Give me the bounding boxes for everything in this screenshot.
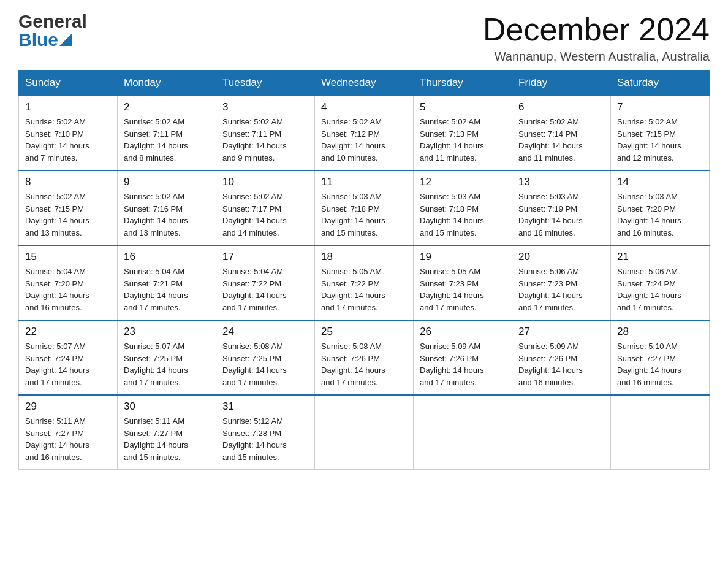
- day-info: Sunrise: 5:02 AM Sunset: 7:11 PM Dayligh…: [222, 116, 308, 164]
- day-cell: 29 Sunrise: 5:11 AM Sunset: 7:27 PM Dayl…: [19, 395, 118, 470]
- day-number: 21: [617, 251, 703, 263]
- day-number: 22: [25, 326, 111, 338]
- week-row-3: 15 Sunrise: 5:04 AM Sunset: 7:20 PM Dayl…: [19, 245, 710, 320]
- day-info: Sunrise: 5:02 AM Sunset: 7:15 PM Dayligh…: [25, 191, 111, 239]
- day-cell: 9 Sunrise: 5:02 AM Sunset: 7:16 PM Dayli…: [118, 170, 216, 245]
- location-subtitle: Wannanup, Western Australia, Australia: [483, 50, 710, 64]
- day-number: 17: [222, 251, 308, 263]
- day-info: Sunrise: 5:02 AM Sunset: 7:13 PM Dayligh…: [420, 116, 506, 164]
- day-cell: 28 Sunrise: 5:10 AM Sunset: 7:27 PM Dayl…: [611, 320, 710, 395]
- svg-marker-0: [59, 34, 72, 46]
- day-cell: 25 Sunrise: 5:08 AM Sunset: 7:26 PM Dayl…: [315, 320, 414, 395]
- day-info: Sunrise: 5:02 AM Sunset: 7:17 PM Dayligh…: [222, 191, 308, 239]
- day-info: Sunrise: 5:02 AM Sunset: 7:12 PM Dayligh…: [321, 116, 407, 164]
- day-cell: 5 Sunrise: 5:02 AM Sunset: 7:13 PM Dayli…: [414, 96, 512, 170]
- day-cell: 31 Sunrise: 5:12 AM Sunset: 7:28 PM Dayl…: [216, 395, 315, 470]
- week-row-4: 22 Sunrise: 5:07 AM Sunset: 7:24 PM Dayl…: [19, 320, 710, 395]
- day-cell: 4 Sunrise: 5:02 AM Sunset: 7:12 PM Dayli…: [315, 96, 414, 170]
- weekday-header-thursday: Thursday: [414, 71, 512, 96]
- day-info: Sunrise: 5:12 AM Sunset: 7:28 PM Dayligh…: [222, 415, 308, 463]
- page-header: General Blue December 2024 Wannanup, Wes…: [18, 12, 710, 64]
- logo: General Blue: [18, 12, 87, 49]
- day-info: Sunrise: 5:07 AM Sunset: 7:24 PM Dayligh…: [25, 340, 111, 388]
- day-cell: [611, 395, 710, 470]
- day-cell: 14 Sunrise: 5:03 AM Sunset: 7:20 PM Dayl…: [611, 170, 710, 245]
- weekday-header-sunday: Sunday: [19, 71, 118, 96]
- day-cell: 26 Sunrise: 5:09 AM Sunset: 7:26 PM Dayl…: [414, 320, 512, 395]
- day-cell: 12 Sunrise: 5:03 AM Sunset: 7:18 PM Dayl…: [414, 170, 512, 245]
- day-number: 13: [518, 176, 604, 188]
- day-number: 8: [25, 176, 111, 188]
- day-info: Sunrise: 5:02 AM Sunset: 7:15 PM Dayligh…: [617, 116, 703, 164]
- day-info: Sunrise: 5:10 AM Sunset: 7:27 PM Dayligh…: [617, 340, 703, 388]
- logo-blue-text: Blue: [18, 31, 58, 49]
- day-cell: 27 Sunrise: 5:09 AM Sunset: 7:26 PM Dayl…: [512, 320, 611, 395]
- week-row-2: 8 Sunrise: 5:02 AM Sunset: 7:15 PM Dayli…: [19, 170, 710, 245]
- day-cell: 13 Sunrise: 5:03 AM Sunset: 7:19 PM Dayl…: [512, 170, 611, 245]
- day-cell: 2 Sunrise: 5:02 AM Sunset: 7:11 PM Dayli…: [118, 96, 216, 170]
- day-number: 30: [124, 400, 210, 413]
- day-number: 31: [222, 400, 308, 413]
- day-info: Sunrise: 5:03 AM Sunset: 7:18 PM Dayligh…: [321, 191, 407, 239]
- weekday-header-friday: Friday: [512, 71, 611, 96]
- weekday-header-wednesday: Wednesday: [315, 71, 414, 96]
- weekday-header-saturday: Saturday: [611, 71, 710, 96]
- day-cell: 10 Sunrise: 5:02 AM Sunset: 7:17 PM Dayl…: [216, 170, 315, 245]
- logo-general-text: General: [18, 12, 87, 31]
- weekday-header-row: SundayMondayTuesdayWednesdayThursdayFrid…: [19, 71, 710, 96]
- week-row-1: 1 Sunrise: 5:02 AM Sunset: 7:10 PM Dayli…: [19, 96, 710, 170]
- day-info: Sunrise: 5:05 AM Sunset: 7:22 PM Dayligh…: [321, 266, 407, 313]
- day-number: 23: [124, 326, 210, 338]
- day-info: Sunrise: 5:02 AM Sunset: 7:11 PM Dayligh…: [124, 116, 210, 164]
- day-cell: 20 Sunrise: 5:06 AM Sunset: 7:23 PM Dayl…: [512, 245, 611, 320]
- day-number: 10: [222, 176, 308, 188]
- day-number: 25: [321, 326, 407, 338]
- day-cell: 7 Sunrise: 5:02 AM Sunset: 7:15 PM Dayli…: [611, 96, 710, 170]
- day-info: Sunrise: 5:09 AM Sunset: 7:26 PM Dayligh…: [518, 340, 604, 388]
- day-number: 14: [617, 176, 703, 188]
- day-cell: 19 Sunrise: 5:05 AM Sunset: 7:23 PM Dayl…: [414, 245, 512, 320]
- day-cell: [315, 395, 414, 470]
- day-info: Sunrise: 5:06 AM Sunset: 7:24 PM Dayligh…: [617, 266, 703, 313]
- week-row-5: 29 Sunrise: 5:11 AM Sunset: 7:27 PM Dayl…: [19, 395, 710, 470]
- weekday-header-tuesday: Tuesday: [216, 71, 315, 96]
- calendar-table: SundayMondayTuesdayWednesdayThursdayFrid…: [18, 70, 710, 470]
- day-info: Sunrise: 5:09 AM Sunset: 7:26 PM Dayligh…: [420, 340, 506, 388]
- day-info: Sunrise: 5:11 AM Sunset: 7:27 PM Dayligh…: [25, 415, 111, 463]
- day-info: Sunrise: 5:03 AM Sunset: 7:18 PM Dayligh…: [420, 191, 506, 239]
- day-cell: 16 Sunrise: 5:04 AM Sunset: 7:21 PM Dayl…: [118, 245, 216, 320]
- day-info: Sunrise: 5:02 AM Sunset: 7:10 PM Dayligh…: [25, 116, 111, 164]
- day-info: Sunrise: 5:07 AM Sunset: 7:25 PM Dayligh…: [124, 340, 210, 388]
- day-number: 4: [321, 101, 407, 113]
- day-info: Sunrise: 5:03 AM Sunset: 7:19 PM Dayligh…: [518, 191, 604, 239]
- day-number: 9: [124, 176, 210, 188]
- day-cell: 11 Sunrise: 5:03 AM Sunset: 7:18 PM Dayl…: [315, 170, 414, 245]
- day-number: 27: [518, 326, 604, 338]
- day-cell: 3 Sunrise: 5:02 AM Sunset: 7:11 PM Dayli…: [216, 96, 315, 170]
- day-number: 18: [321, 251, 407, 263]
- day-cell: 8 Sunrise: 5:02 AM Sunset: 7:15 PM Dayli…: [19, 170, 118, 245]
- day-info: Sunrise: 5:04 AM Sunset: 7:22 PM Dayligh…: [222, 266, 308, 313]
- day-number: 3: [222, 101, 308, 113]
- title-section: December 2024 Wannanup, Western Australi…: [483, 12, 710, 64]
- day-number: 28: [617, 326, 703, 338]
- day-cell: 21 Sunrise: 5:06 AM Sunset: 7:24 PM Dayl…: [611, 245, 710, 320]
- day-cell: 18 Sunrise: 5:05 AM Sunset: 7:22 PM Dayl…: [315, 245, 414, 320]
- day-cell: 15 Sunrise: 5:04 AM Sunset: 7:20 PM Dayl…: [19, 245, 118, 320]
- day-number: 29: [25, 400, 111, 413]
- day-cell: 24 Sunrise: 5:08 AM Sunset: 7:25 PM Dayl…: [216, 320, 315, 395]
- day-cell: 17 Sunrise: 5:04 AM Sunset: 7:22 PM Dayl…: [216, 245, 315, 320]
- day-info: Sunrise: 5:04 AM Sunset: 7:21 PM Dayligh…: [124, 266, 210, 313]
- day-number: 11: [321, 176, 407, 188]
- day-number: 26: [420, 326, 506, 338]
- day-info: Sunrise: 5:11 AM Sunset: 7:27 PM Dayligh…: [124, 415, 210, 463]
- day-info: Sunrise: 5:08 AM Sunset: 7:25 PM Dayligh…: [222, 340, 308, 388]
- day-cell: 1 Sunrise: 5:02 AM Sunset: 7:10 PM Dayli…: [19, 96, 118, 170]
- day-info: Sunrise: 5:06 AM Sunset: 7:23 PM Dayligh…: [518, 266, 604, 313]
- day-number: 20: [518, 251, 604, 263]
- day-cell: 6 Sunrise: 5:02 AM Sunset: 7:14 PM Dayli…: [512, 96, 611, 170]
- day-info: Sunrise: 5:05 AM Sunset: 7:23 PM Dayligh…: [420, 266, 506, 313]
- day-cell: [512, 395, 611, 470]
- day-number: 7: [617, 101, 703, 113]
- day-cell: 30 Sunrise: 5:11 AM Sunset: 7:27 PM Dayl…: [118, 395, 216, 470]
